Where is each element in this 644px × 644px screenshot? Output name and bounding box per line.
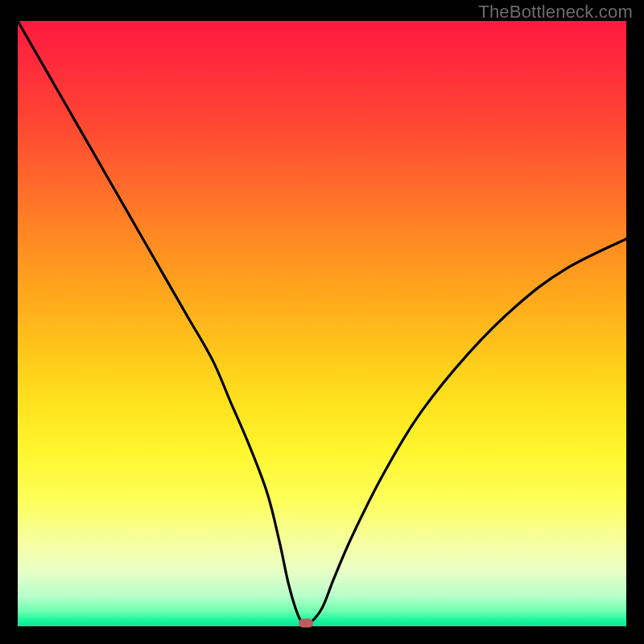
bottleneck-curve [18, 21, 626, 625]
curve-layer [18, 21, 626, 626]
watermark-text: TheBottleneck.com [478, 2, 633, 23]
plot-area [18, 21, 626, 626]
optimal-point-marker [299, 619, 313, 628]
chart-frame: TheBottleneck.com [0, 0, 644, 644]
